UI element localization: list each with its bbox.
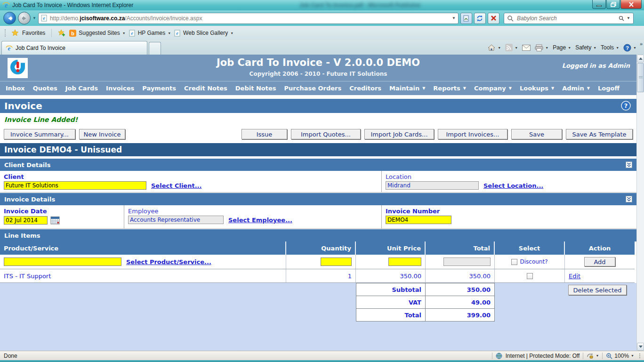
nav-company[interactable]: Company▼ (474, 85, 512, 92)
nav-creditors[interactable]: Creditors (349, 85, 381, 92)
search-icon (507, 15, 514, 22)
delete-selected-button[interactable]: Delete Selected (568, 285, 627, 295)
close-button[interactable] (620, 0, 642, 9)
vat-label: VAT (356, 296, 426, 309)
client-label: Client (4, 173, 378, 180)
nav-maintain[interactable]: Maintain▼ (389, 85, 425, 92)
client-input[interactable] (4, 181, 146, 190)
nav-credit-notes[interactable]: Credit Notes (184, 85, 227, 92)
add-line-button[interactable]: Add (584, 257, 615, 266)
resize-grip[interactable] (639, 354, 640, 358)
divider (602, 353, 603, 359)
dropdown-arrow-icon: ▼ (545, 46, 548, 49)
compatibility-view-button[interactable] (460, 13, 472, 24)
print-button[interactable]: ▼ (535, 44, 548, 51)
dropdown-arrow-icon: ▼ (551, 86, 554, 90)
read-mail-button[interactable] (522, 45, 531, 51)
restore-button[interactable] (606, 0, 620, 9)
scroll-up-button[interactable] (637, 55, 644, 63)
subtotal-label: Subtotal (356, 283, 426, 296)
nav-reports[interactable]: Reports▼ (433, 85, 466, 92)
issue-button[interactable]: Issue (242, 129, 287, 139)
search-input[interactable] (516, 15, 616, 22)
nav-payments[interactable]: Payments (142, 85, 176, 92)
minimize-button[interactable] (592, 0, 606, 9)
select-product-service-link[interactable]: Select Product/Service... (126, 258, 211, 265)
tools-menu[interactable]: Tools▼ (601, 44, 619, 51)
recent-pages-dropdown-icon[interactable]: ▼ (32, 16, 36, 20)
ie-page-icon: e (129, 30, 136, 37)
feeds-button[interactable]: ▼ (505, 44, 518, 51)
help-button[interactable]: ? ▼ (623, 44, 636, 52)
new-tab-button[interactable] (149, 42, 161, 55)
add-favorite-icon[interactable] (58, 29, 66, 37)
invoice-summary-button[interactable]: Invoice Summary... (4, 129, 75, 139)
scrollbar-thumb[interactable] (637, 63, 644, 92)
nav-inbox[interactable]: Inbox (6, 85, 25, 92)
address-dropdown-icon[interactable]: ▼ (452, 16, 456, 20)
search-go-icon[interactable] (619, 16, 624, 21)
favorites-button[interactable]: Favorites (22, 30, 45, 36)
quantity-input[interactable] (321, 257, 352, 266)
back-button[interactable] (3, 12, 16, 24)
zoom-control[interactable]: 100% ▼ (606, 353, 634, 359)
calendar-icon[interactable] (50, 216, 60, 225)
refresh-button[interactable] (474, 13, 486, 24)
vertical-scrollbar[interactable] (636, 55, 644, 351)
home-button[interactable]: ▼ (487, 44, 501, 51)
search-box[interactable]: ▼ (504, 13, 634, 24)
dropdown-arrow-icon: ▼ (631, 354, 634, 357)
select-location-link[interactable]: Select Location... (483, 182, 543, 189)
select-employee-link[interactable]: Select Employee... (228, 217, 292, 224)
nav-purchase-orders[interactable]: Purchase Orders (284, 85, 342, 92)
inprivate-filter-button[interactable]: ▼ (587, 353, 599, 359)
line-items-column-headers: Product/Service Quantity Unit Price Tota… (0, 241, 635, 255)
unit-price-input[interactable] (388, 257, 421, 266)
safety-menu[interactable]: Safety▼ (575, 44, 596, 51)
svg-text:?: ? (626, 45, 629, 50)
nav-admin[interactable]: Admin▼ (562, 85, 590, 92)
nav-job-cards[interactable]: Job Cards (65, 85, 98, 92)
import-quotes-button[interactable]: Import Quotes... (291, 129, 361, 139)
col-total: Total (426, 241, 495, 255)
favorite-web-slice-gallery[interactable]: e Web Slice Gallery ▼ (174, 30, 233, 37)
collapse-section-icon[interactable] (626, 196, 632, 202)
select-client-link[interactable]: Select Client... (151, 182, 201, 189)
favorite-suggested-sites[interactable]: b Suggested Sites ▼ (69, 30, 125, 37)
help-icon[interactable]: ? (621, 101, 631, 111)
tab-job-card-to-invoice[interactable]: e Job Card To Invoice (1, 41, 147, 55)
nav-logoff[interactable]: Logoff (598, 85, 620, 92)
invoice-number-input[interactable] (386, 216, 451, 224)
save-button[interactable]: Save (511, 129, 562, 139)
nav-quotes[interactable]: Quotes (33, 85, 57, 92)
forward-button[interactable] (18, 12, 31, 24)
new-invoice-button[interactable]: New Invoice (79, 129, 125, 139)
page-menu[interactable]: Page▼ (553, 44, 571, 51)
address-bar[interactable]: e http://demo.jcisoftware.co.za/Accounts… (38, 13, 459, 24)
internet-zone-icon (496, 353, 502, 359)
page-viewport: Job Card To Invoice - V 2.0.0.0 DEMO Cop… (0, 55, 644, 351)
scroll-down-button[interactable] (637, 343, 644, 351)
svg-text:e: e (43, 16, 45, 21)
more-toolbar-items-icon[interactable]: » (640, 41, 643, 47)
stop-button[interactable] (488, 13, 499, 24)
url-text[interactable]: http://demo.jcisoftware.co.za/Accounts/I… (50, 15, 450, 22)
nav-lookups[interactable]: Lookups▼ (520, 85, 554, 92)
dropdown-arrow-icon: ▼ (122, 32, 126, 35)
nav-invoices[interactable]: Invoices (106, 85, 134, 92)
search-dropdown-icon[interactable]: ▼ (627, 16, 630, 20)
discount-option[interactable]: Discount? (511, 258, 547, 265)
product-service-input[interactable] (4, 257, 121, 266)
divider (51, 29, 52, 37)
dropdown-arrow-icon: ▼ (463, 86, 466, 90)
import-job-cards-button[interactable]: Import Job Cards... (364, 129, 434, 139)
collapse-section-icon[interactable] (626, 161, 632, 168)
line-item-select-checkbox[interactable] (527, 273, 533, 279)
discount-checkbox[interactable] (511, 259, 517, 265)
invoice-date-input[interactable] (4, 216, 48, 225)
nav-debit-notes[interactable]: Debit Notes (235, 85, 276, 92)
edit-line-link[interactable]: Edit (569, 273, 580, 280)
save-as-template-button[interactable]: Save As Template (566, 129, 633, 139)
import-invoices-button[interactable]: Import Invoices... (438, 129, 507, 139)
favorite-hp-games[interactable]: e HP Games ▼ (129, 30, 171, 37)
